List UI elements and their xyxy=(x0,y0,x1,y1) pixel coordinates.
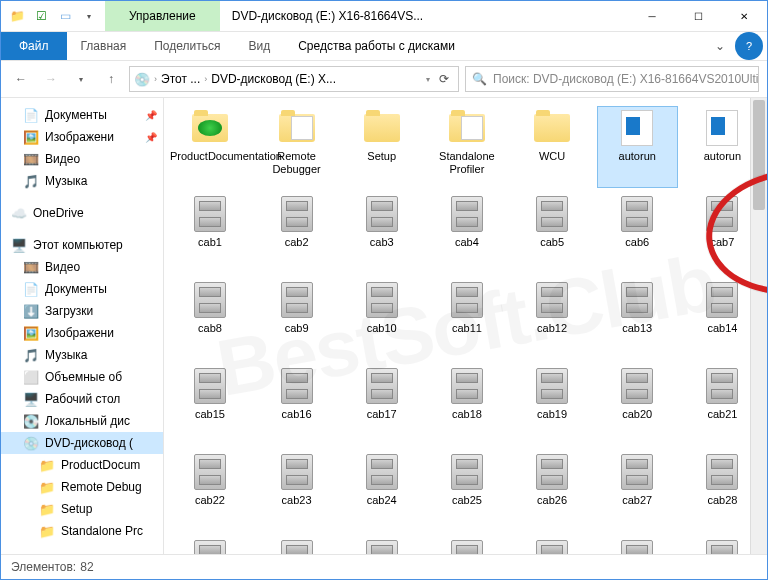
ribbon-file-tab[interactable]: Файл xyxy=(1,32,67,60)
cabinet-icon xyxy=(449,454,485,490)
forward-button[interactable]: → xyxy=(39,67,63,91)
sidebar-item-pictures[interactable]: 🖼️Изображени xyxy=(1,322,163,344)
file-item[interactable]: Remote Debugger xyxy=(256,106,337,188)
file-label: cab8 xyxy=(198,322,222,335)
file-item[interactable]: cab6 xyxy=(597,192,678,274)
properties-icon[interactable]: ▭ xyxy=(57,8,73,24)
file-list[interactable]: ProductDocumentationRemote DebuggerSetup… xyxy=(164,98,767,554)
check-icon[interactable]: ☑ xyxy=(33,8,49,24)
recent-dropdown[interactable]: ▾ xyxy=(69,67,93,91)
search-input[interactable]: 🔍 Поиск: DVD-дисковод (E:) X16-81664VS20… xyxy=(465,66,759,92)
file-item[interactable]: cab18 xyxy=(426,364,507,446)
sidebar-item-folder[interactable]: 📁ProductDocum xyxy=(1,454,163,476)
ribbon-collapse-icon[interactable]: ⌄ xyxy=(705,39,735,53)
file-item[interactable]: cab20 xyxy=(597,364,678,446)
file-item[interactable]: cab34 xyxy=(597,536,678,554)
file-label: cab27 xyxy=(622,494,652,507)
qat-dropdown-icon[interactable]: ▾ xyxy=(81,8,97,24)
file-item[interactable]: cab9 xyxy=(256,278,337,360)
breadcrumb[interactable]: DVD-дисковод (E:) X... xyxy=(211,72,336,86)
file-label: autorun xyxy=(704,150,741,163)
file-item[interactable]: cab12 xyxy=(511,278,592,360)
file-item[interactable]: WCU xyxy=(511,106,592,188)
sidebar-item-localdisk[interactable]: 💽Локальный дис xyxy=(1,410,163,432)
file-item[interactable]: cab4 xyxy=(426,192,507,274)
file-item[interactable]: cab2 xyxy=(256,192,337,274)
file-item[interactable]: cab25 xyxy=(426,450,507,532)
sidebar-item-music[interactable]: 🎵Музыка xyxy=(1,170,163,192)
file-item[interactable]: cab13 xyxy=(597,278,678,360)
file-label: cab2 xyxy=(285,236,309,249)
file-label: cab1 xyxy=(198,236,222,249)
sidebar-item-documents[interactable]: 📄Документы📌 xyxy=(1,104,163,126)
folder-icon: 📁 xyxy=(39,479,55,495)
file-item[interactable]: cab15 xyxy=(168,364,252,446)
pin-icon: 📌 xyxy=(145,110,157,121)
scrollbar-thumb[interactable] xyxy=(753,100,765,210)
file-label: cab13 xyxy=(622,322,652,335)
file-label: Standalone Profiler xyxy=(428,150,505,176)
file-item[interactable]: cab33 xyxy=(511,536,592,554)
sidebar-item-thispc[interactable]: 🖥️Этот компьютер xyxy=(1,234,163,256)
file-item[interactable]: cab22 xyxy=(168,450,252,532)
sidebar-item-desktop[interactable]: 🖥️Рабочий стол xyxy=(1,388,163,410)
file-item[interactable]: cab31 xyxy=(341,536,422,554)
cabinet-icon xyxy=(364,282,400,318)
ribbon-home-tab[interactable]: Главная xyxy=(67,32,141,60)
sidebar-item-3dobjects[interactable]: ⬜Объемные об xyxy=(1,366,163,388)
sidebar-item-downloads[interactable]: ⬇️Загрузки xyxy=(1,300,163,322)
file-item[interactable]: cab17 xyxy=(341,364,422,446)
dvd-icon: 💿 xyxy=(23,435,39,451)
file-item[interactable]: cab5 xyxy=(511,192,592,274)
sidebar-item-music[interactable]: 🎵Музыка xyxy=(1,344,163,366)
contextual-tab[interactable]: Управление xyxy=(105,1,220,31)
file-item[interactable]: cab1 xyxy=(168,192,252,274)
close-button[interactable]: ✕ xyxy=(721,1,767,31)
file-item[interactable]: cab23 xyxy=(256,450,337,532)
folder-icon[interactable]: 📁 xyxy=(9,8,25,24)
sidebar-item-folder[interactable]: 📁Remote Debug xyxy=(1,476,163,498)
file-label: autorun xyxy=(619,150,656,163)
file-item[interactable]: cab8 xyxy=(168,278,252,360)
file-item[interactable]: cab27 xyxy=(597,450,678,532)
file-item[interactable]: cab26 xyxy=(511,450,592,532)
address-bar[interactable]: 💿 › Этот ... › DVD-дисковод (E:) X... ▾ … xyxy=(129,66,459,92)
file-item[interactable]: cab3 xyxy=(341,192,422,274)
cabinet-icon xyxy=(449,196,485,232)
file-item[interactable]: cab32 xyxy=(426,536,507,554)
file-item[interactable]: cab19 xyxy=(511,364,592,446)
file-label: cab25 xyxy=(452,494,482,507)
sidebar-item-videos[interactable]: 🎞️Видео xyxy=(1,148,163,170)
file-item[interactable]: cab11 xyxy=(426,278,507,360)
sidebar-item-folder[interactable]: 📁Setup xyxy=(1,498,163,520)
sidebar-item-documents[interactable]: 📄Документы xyxy=(1,278,163,300)
file-item[interactable]: Standalone Profiler xyxy=(426,106,507,188)
back-button[interactable]: ← xyxy=(9,67,33,91)
sidebar-item-onedrive[interactable]: ☁️OneDrive xyxy=(1,202,163,224)
file-item[interactable]: autorun xyxy=(597,106,678,188)
sidebar-item-folder[interactable]: 📁Standalone Prc xyxy=(1,520,163,542)
breadcrumb[interactable]: Этот ... xyxy=(161,72,200,86)
file-item[interactable]: cab10 xyxy=(341,278,422,360)
ribbon-share-tab[interactable]: Поделиться xyxy=(140,32,234,60)
file-item[interactable]: cab30 xyxy=(256,536,337,554)
help-button[interactable]: ? xyxy=(735,32,763,60)
sidebar-item-videos[interactable]: 🎞️Видео xyxy=(1,256,163,278)
sidebar-item-pictures[interactable]: 🖼️Изображени📌 xyxy=(1,126,163,148)
file-item[interactable]: cab29 xyxy=(168,536,252,554)
file-item[interactable]: ProductDocumentation xyxy=(168,106,252,188)
file-item[interactable]: cab24 xyxy=(341,450,422,532)
documents-icon: 📄 xyxy=(23,281,39,297)
address-dropdown-icon[interactable]: ▾ xyxy=(426,75,430,84)
up-button[interactable]: ↑ xyxy=(99,67,123,91)
cabinet-icon xyxy=(619,454,655,490)
scrollbar[interactable] xyxy=(750,98,767,554)
ribbon-view-tab[interactable]: Вид xyxy=(234,32,284,60)
ribbon-tools-tab[interactable]: Средства работы с дисками xyxy=(284,32,469,60)
maximize-button[interactable]: ☐ xyxy=(675,1,721,31)
minimize-button[interactable]: ─ xyxy=(629,1,675,31)
refresh-button[interactable]: ⟳ xyxy=(434,72,454,86)
file-item[interactable]: Setup xyxy=(341,106,422,188)
file-item[interactable]: cab16 xyxy=(256,364,337,446)
sidebar-item-dvd[interactable]: 💿DVD-дисковод ( xyxy=(1,432,163,454)
